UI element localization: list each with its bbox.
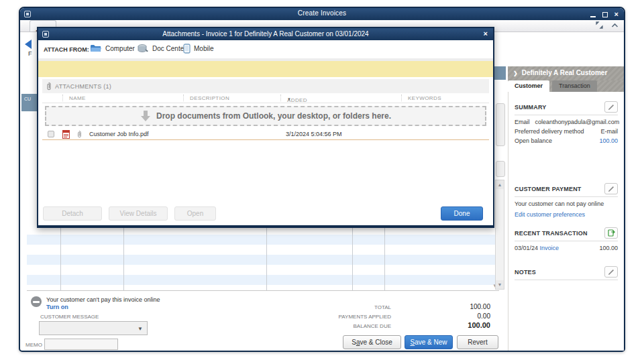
balance-due-value: 100.00 [437,321,490,329]
attachment-added: 3/1/2024 5:04:56 PM [286,131,342,137]
refresh-transactions-button[interactable] [604,227,618,239]
collapse-ribbon-icon[interactable] [611,23,619,28]
table-row [27,228,499,235]
attachments-dialog: Attachments - Invoice 1 for Definitely A… [37,27,494,228]
attachment-table-header: NAME DESCRIPTION ADDED ▼ KEYWORDS [42,93,489,103]
no-online-payment-icon [31,296,42,307]
tab-customer[interactable]: Customer [508,80,549,92]
invoice-line-table[interactable]: ▼ [27,228,499,291]
recent-transaction-amount: 100.00 [599,245,618,251]
balance-due-label: BALANCE DUE [304,323,391,329]
turn-on-link[interactable]: Turn on [46,304,68,310]
paperclip-icon [46,82,52,90]
revert-button[interactable]: Revert [457,335,498,349]
attachment-name: Customer Job Info.pdf [89,131,149,137]
table-row [27,275,499,285]
recent-transaction-title: RECENT TRANSACTION [515,230,588,237]
window-titlebar: Create Invoices × [20,8,624,20]
pencil-icon [608,269,614,276]
dialog-titlebar: Attachments - Invoice 1 for Definitely A… [38,28,493,40]
panel-header[interactable]: ❯Definitely A Real Customer [508,66,624,80]
minimize-button[interactable] [590,16,596,17]
paperclip-icon [76,130,82,138]
scroll-down-icon[interactable]: ▼ [496,280,504,289]
edit-customer-preferences-link[interactable]: Edit customer preferences [515,211,618,218]
customer-payment-status: Your customer can not pay online [515,200,618,207]
column-keywords[interactable]: KEYWORDS [408,95,441,101]
payments-applied-value: 0.00 [437,312,490,320]
customer-message-label: CUSTOMER MESSAGE [40,314,99,320]
green-report-icon [608,229,615,237]
dialog-title: Attachments - Invoice 1 for Definitely A… [38,30,493,38]
invoice-vertical-scrollbar[interactable]: ▲ ▼ [495,180,504,290]
table-row [27,265,499,275]
side-collapsed-button[interactable] [496,161,505,177]
open-balance-label: Open balance [515,137,552,144]
column-description[interactable]: DESCRIPTION [190,95,229,101]
recent-transaction-date: 03/01/24 [515,245,538,251]
delivery-method-value: E-mail [600,128,618,135]
side-collapsed-button[interactable] [496,103,505,146]
attachment-row[interactable]: Customer Job Info.pdf 3/1/2024 5:04:56 P… [42,129,489,140]
maximize-button[interactable] [602,12,608,17]
customer-message-value [40,326,42,333]
open-button[interactable]: Open [174,206,216,221]
pdf-file-icon [62,130,70,139]
save-new-button[interactable]: Save & New [405,335,453,349]
restore-window-icon[interactable] [596,21,603,29]
drop-arrow-icon [140,110,151,122]
attachments-count-header: ATTACHMENTS (1) [42,79,489,93]
view-details-button[interactable]: View Details [109,206,168,221]
customer-panel-card: SUMMARY Email coleanthonypadula@gmail.co… [508,92,624,351]
pencil-icon [608,104,614,111]
customer-job-label-partial: CU [21,94,38,111]
table-row [27,245,499,255]
drop-documents-zone[interactable]: Drop documents from Outlook, your deskto… [45,106,486,126]
edit-summary-button[interactable] [604,101,618,113]
detach-button[interactable]: Detach [43,206,102,221]
total-value: 100.00 [437,303,490,310]
attach-from-label: ATTACH FROM: [44,46,89,53]
delivery-method-label: Preferred delivery method [515,128,584,135]
memo-label: MEMO [25,342,42,348]
scroll-up-icon[interactable]: ▲ [496,180,504,189]
done-button[interactable]: Done [441,206,483,221]
attach-from-computer[interactable]: Computer [90,44,135,53]
find-back-arrow-icon[interactable] [25,40,32,49]
dropdown-arrow-icon: ▼ [138,326,143,332]
notes-title: NOTES [515,269,536,276]
customer-name: Definitely A Real Customer [522,69,608,76]
mobile-icon [183,44,191,54]
notice-band [38,61,493,77]
open-balance-value[interactable]: 100.00 [599,137,618,144]
row-checkbox[interactable] [48,131,54,137]
total-label: TOTAL [304,304,391,310]
save-close-button[interactable]: Save & Close [343,335,401,349]
customer-payment-title: CUSTOMER PAYMENT [515,186,582,192]
chevron-right-icon[interactable]: ❯ [513,70,518,76]
attach-from-doc-center[interactable]: Doc Center [137,44,186,53]
attach-from-mobile[interactable]: Mobile [183,44,213,54]
table-row [27,255,499,265]
customer-message-dropdown[interactable]: ▼ [39,321,148,335]
table-row [27,285,499,291]
column-name[interactable]: NAME [69,95,86,101]
edit-customer-payment-button[interactable] [604,183,618,194]
sort-arrow-icon: ▼ [287,97,291,101]
edit-notes-button[interactable] [604,266,618,278]
find-label-partial: F [28,50,32,57]
tab-transaction[interactable]: Transaction [552,80,597,92]
close-button[interactable]: × [614,10,619,18]
memo-input[interactable] [44,339,118,350]
no-online-payment-text: Your customer can't pay this invoice onl… [46,296,160,303]
summary-title: SUMMARY [515,104,547,111]
doc-center-icon [137,44,149,53]
panel-splitter-top [494,66,506,80]
window-title: Create Invoices [20,9,624,17]
dialog-close-button[interactable]: × [484,29,488,38]
payments-applied-label: PAYMENTS APPLIED [304,314,391,320]
pencil-icon [608,186,614,192]
computer-folder-icon [90,44,102,53]
customer-info-panel: ❯Definitely A Real Customer Customer Tra… [508,66,624,351]
recent-transaction-link[interactable]: Invoice [540,245,559,251]
